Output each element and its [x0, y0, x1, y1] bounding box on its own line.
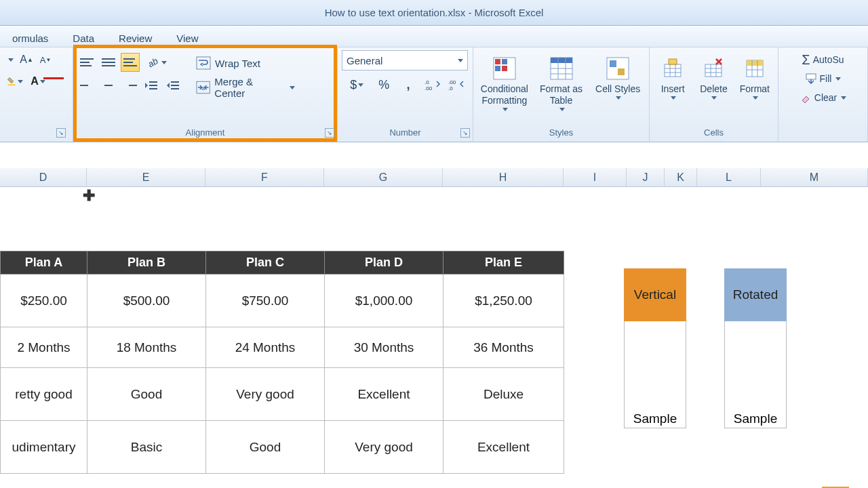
svg-rect-18 [495, 66, 500, 71]
styles-group-label: Styles [477, 126, 645, 140]
merge-center-button[interactable]: a Merge & Center [191, 77, 300, 98]
align-middle-button[interactable] [99, 53, 118, 72]
plans-table: Plan APlan BPlan CPlan DPlan E $250.00$5… [0, 251, 564, 474]
table-cell[interactable]: $1,000.00 [325, 274, 443, 327]
svg-rect-0 [7, 84, 15, 85]
shrink-font-button[interactable]: A▼ [37, 50, 54, 69]
font-dialog-launcher[interactable]: ↘ [56, 128, 66, 138]
align-right-button[interactable] [121, 76, 140, 95]
table-cell[interactable]: 18 Months [87, 327, 206, 368]
fill-button[interactable]: Fill [783, 69, 863, 88]
number-dialog-launcher[interactable]: ↘ [460, 128, 470, 138]
eraser-icon [800, 92, 812, 103]
format-cells-button[interactable]: Format [736, 53, 774, 102]
insert-cells-button[interactable]: Insert [654, 53, 692, 102]
accounting-format-button[interactable]: $ [342, 75, 372, 95]
align-top-button[interactable] [77, 53, 96, 72]
tab-data[interactable]: Data [60, 28, 106, 47]
table-row: retty goodGoodVery goodExcellentDeluxe [1, 368, 564, 421]
comma-format-button[interactable]: , [396, 75, 420, 95]
clear-button[interactable]: Clear [783, 88, 863, 107]
fill-color-button[interactable] [4, 72, 26, 91]
format-as-table-button[interactable]: Format as Table [534, 53, 589, 113]
column-header-I[interactable]: I [564, 168, 627, 186]
alignment-dialog-launcher[interactable]: ↘ [325, 128, 334, 138]
ribbon: A▲ A▼ A ↘ [0, 47, 868, 142]
column-header-F[interactable]: F [205, 168, 324, 186]
decrease-indent-button[interactable] [142, 76, 161, 95]
cell-styles-button[interactable]: Cell Styles [591, 53, 645, 102]
table-header-cell[interactable]: Plan D [325, 251, 443, 274]
table-cell[interactable]: Good [87, 368, 206, 421]
column-header-M[interactable]: M [761, 168, 868, 186]
table-header-cell[interactable]: Plan E [443, 251, 564, 274]
table-cell[interactable]: Excellent [443, 421, 564, 474]
align-center-button[interactable] [99, 76, 118, 95]
vertical-sample-cell[interactable]: Sample [624, 321, 686, 428]
column-headers: DEFGHIJKLM [0, 168, 868, 187]
conditional-formatting-button[interactable]: Conditional Formatting [477, 53, 532, 113]
table-cell[interactable]: $1,250.00 [443, 274, 564, 327]
table-cell[interactable]: $750.00 [206, 274, 325, 327]
table-header-row: Plan APlan BPlan CPlan DPlan E [1, 251, 564, 274]
table-cell[interactable]: 2 Months [1, 327, 87, 368]
wrap-text-button[interactable]: Wrap Text [191, 53, 300, 73]
orientation-demo: Vertical Sample Rotated Sample [624, 268, 787, 428]
svg-rect-34 [669, 59, 677, 64]
tab-review[interactable]: Review [106, 28, 164, 47]
column-header-L[interactable]: L [697, 168, 761, 186]
window-title: How to use text orientation.xlsx - Micro… [325, 7, 544, 18]
fill-down-icon [805, 73, 817, 84]
orientation-button[interactable]: ab [142, 53, 170, 72]
table-cell[interactable]: 24 Months [206, 327, 325, 368]
column-header-J[interactable]: J [627, 168, 665, 186]
font-color-button[interactable]: A [27, 72, 49, 91]
align-left-button[interactable] [77, 76, 96, 95]
table-cell[interactable]: Deluxe [443, 368, 564, 421]
ribbon-tabs: ormulas Data Review View [0, 26, 868, 47]
column-header-K[interactable]: K [665, 168, 697, 186]
table-header-cell[interactable]: Plan A [1, 251, 87, 274]
table-cell[interactable]: retty good [1, 368, 87, 421]
table-header-cell[interactable]: Plan C [206, 251, 325, 274]
table-cell[interactable]: udimentary [1, 421, 87, 474]
table-cell[interactable]: 30 Months [325, 327, 443, 368]
font-name-dropdown[interactable] [4, 50, 16, 69]
table-cell[interactable]: $250.00 [1, 274, 87, 327]
window-titlebar: How to use text orientation.xlsx - Micro… [0, 0, 868, 26]
column-header-G[interactable]: G [324, 168, 443, 186]
table-cell[interactable]: Excellent [325, 368, 443, 421]
column-header-E[interactable]: E [87, 168, 205, 186]
table-cell[interactable]: 36 Months [443, 327, 564, 368]
ribbon-group-styles: Conditional Formatting Format as Table C… [473, 47, 650, 142]
worksheet-area[interactable]: ✚ Plan APlan BPlan CPlan DPlan E $250.00… [0, 187, 868, 488]
tab-formulas[interactable]: ormulas [0, 28, 60, 47]
table-cell[interactable]: Good [206, 421, 325, 474]
rotated-sample-cell[interactable]: Sample [724, 321, 787, 428]
svg-rect-4 [149, 88, 157, 89]
svg-rect-19 [502, 66, 507, 71]
increase-indent-button[interactable] [164, 76, 183, 95]
column-header-D[interactable]: D [0, 168, 87, 186]
svg-rect-6 [171, 85, 179, 86]
column-header-H[interactable]: H [443, 168, 564, 186]
number-format-dropdown[interactable]: General [342, 50, 468, 70]
table-cell[interactable]: Very good [206, 368, 325, 421]
table-cell[interactable]: Basic [87, 421, 206, 474]
table-cell[interactable]: Very good [325, 421, 443, 474]
increase-decimal-button[interactable]: .0.00 [420, 75, 445, 95]
vertical-header-cell[interactable]: Vertical [624, 268, 686, 321]
rotated-header-cell[interactable]: Rotated [724, 268, 787, 321]
table-cell[interactable]: $500.00 [87, 274, 206, 327]
grow-font-button[interactable]: A▲ [18, 50, 35, 69]
autosum-button[interactable]: Σ AutoSu [783, 50, 863, 69]
ribbon-group-cells: Insert Delete Format Cells [650, 47, 778, 142]
table-row: udimentaryBasicGoodVery goodExcellent [1, 421, 564, 474]
table-row: $250.00$500.00$750.00$1,000.00$1,250.00 [1, 274, 564, 327]
delete-cells-button[interactable]: Delete [694, 53, 732, 102]
percent-format-button[interactable]: % [372, 75, 397, 95]
table-header-cell[interactable]: Plan B [87, 251, 206, 274]
tab-view[interactable]: View [164, 28, 210, 47]
align-bottom-button[interactable] [121, 53, 140, 72]
decrease-decimal-button[interactable]: .00.0 [444, 75, 469, 95]
